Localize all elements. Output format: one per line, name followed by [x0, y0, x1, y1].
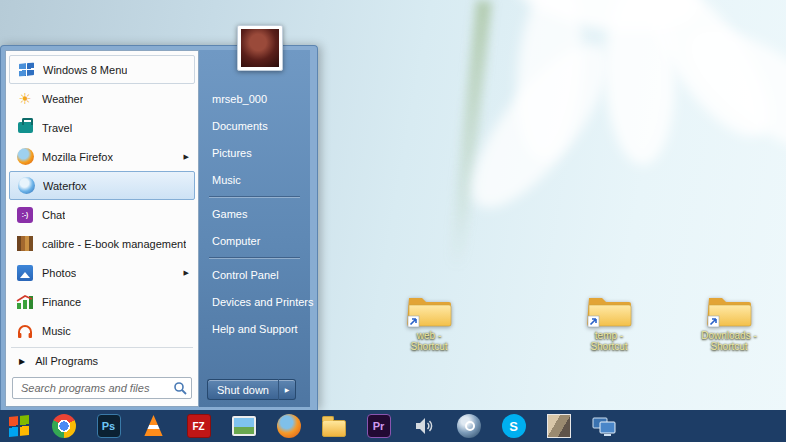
- windows-flag-icon: [9, 415, 29, 437]
- taskbar-filezilla-button[interactable]: FZ: [186, 414, 211, 439]
- menu-item-waterfox[interactable]: Waterfox: [9, 171, 195, 200]
- start-menu: Windows 8 Menu ☀ Weather Travel Mozilla …: [0, 45, 318, 410]
- menu-item-travel[interactable]: Travel: [9, 113, 195, 142]
- menu-item-label: Photos: [42, 267, 76, 279]
- all-programs-label: All Programs: [35, 355, 98, 367]
- menu-item-label: Waterfox: [43, 180, 87, 192]
- menu-item-music-library[interactable]: Music: [199, 167, 310, 194]
- menu-item-music[interactable]: Music: [9, 316, 195, 345]
- skype-icon: S: [502, 414, 526, 438]
- menu-item-computer[interactable]: Computer: [199, 228, 310, 255]
- books-icon: [17, 236, 33, 251]
- chrome-icon: [52, 414, 76, 438]
- menu-item-label: Finance: [42, 296, 81, 308]
- firefox-icon: [17, 148, 34, 165]
- folder-icon: [706, 292, 752, 328]
- chat-icon: :-): [17, 207, 33, 223]
- menu-item-mozilla-firefox[interactable]: Mozilla Firefox ▶: [9, 142, 195, 171]
- taskbar: Ps FZ Pr S: [0, 410, 786, 442]
- desktop-icon-label: web - Shortcut: [397, 330, 461, 352]
- taskbar-start-button[interactable]: [6, 414, 31, 439]
- steam-icon: [457, 414, 481, 438]
- finance-chart-icon: [16, 294, 34, 310]
- submenu-arrow-icon: ▶: [184, 269, 189, 277]
- taskbar-image-viewer-button[interactable]: [231, 414, 256, 439]
- menu-item-devices-and-printers[interactable]: Devices and Printers: [199, 289, 310, 316]
- search-box: [12, 377, 192, 399]
- suitcase-icon: [18, 122, 33, 133]
- menu-item-label: Windows 8 Menu: [43, 64, 127, 76]
- filezilla-icon: FZ: [187, 414, 211, 438]
- folder-icon: [586, 292, 632, 328]
- start-menu-places-panel: mrseb_000 Documents Pictures Music Games…: [199, 50, 310, 407]
- taskbar-skype-button[interactable]: S: [501, 414, 526, 439]
- avatar-photo: [241, 29, 279, 67]
- waterfox-icon: [18, 177, 35, 194]
- menu-item-finance[interactable]: Finance: [9, 287, 195, 316]
- sun-icon: ☀: [15, 90, 35, 108]
- menu-item-label: calibre - E-book management: [42, 238, 186, 250]
- menu-item-chat[interactable]: :-) Chat: [9, 200, 195, 229]
- all-programs-arrow-icon: ▶: [19, 357, 25, 366]
- menu-item-label: Chat: [42, 209, 65, 221]
- menu-separator: [209, 196, 300, 198]
- firefox-icon: [277, 414, 301, 438]
- submenu-arrow-icon: ▶: [184, 153, 189, 161]
- menu-item-label: Weather: [42, 93, 83, 105]
- menu-separator: [11, 347, 193, 348]
- menu-item-photos[interactable]: Photos ▶: [9, 258, 195, 287]
- menu-item-games[interactable]: Games: [199, 201, 310, 228]
- desktop-icon-downloads[interactable]: Downloads - Shortcut: [697, 292, 761, 352]
- premiere-icon: Pr: [367, 414, 391, 438]
- chevron-right-icon: ▶: [285, 386, 290, 393]
- menu-item-label: Travel: [42, 122, 72, 134]
- user-avatar[interactable]: [237, 25, 283, 71]
- desktop-icon-web[interactable]: web - Shortcut: [397, 292, 461, 352]
- menu-item-documents[interactable]: Documents: [199, 113, 310, 140]
- menu-item-label: Music: [42, 325, 71, 337]
- shutdown-label: Shut down: [217, 384, 269, 396]
- taskbar-steam-button[interactable]: [456, 414, 481, 439]
- menu-item-weather[interactable]: ☀ Weather: [9, 84, 195, 113]
- taskbar-audio-button[interactable]: [411, 414, 436, 439]
- taskbar-file-explorer-button[interactable]: [321, 414, 346, 439]
- desktop: web - Shortcut temp - Shortcut Downloads…: [0, 0, 786, 442]
- desktop-icon-label: temp - Shortcut: [577, 330, 641, 352]
- taskbar-vlc-button[interactable]: [141, 414, 166, 439]
- taskbar-chrome-button[interactable]: [51, 414, 76, 439]
- folder-icon: [406, 292, 452, 328]
- shutdown-controls: Shut down ▶: [207, 379, 296, 400]
- menu-item-label: Mozilla Firefox: [42, 151, 113, 163]
- menu-item-help-and-support[interactable]: Help and Support: [199, 316, 310, 343]
- desktop-icon-temp[interactable]: temp - Shortcut: [577, 292, 641, 352]
- shutdown-button[interactable]: Shut down: [207, 379, 279, 400]
- menu-item-windows-8-menu[interactable]: Windows 8 Menu: [9, 55, 195, 84]
- speaker-icon: [413, 415, 435, 437]
- menu-separator: [209, 257, 300, 259]
- image-viewer-icon: [232, 416, 256, 436]
- folder-icon: [322, 420, 346, 437]
- vlc-cone-icon: [142, 414, 166, 438]
- photos-icon: [17, 265, 33, 281]
- taskbar-premiere-button[interactable]: Pr: [366, 414, 391, 439]
- desktop-icon-label: Downloads - Shortcut: [697, 330, 761, 352]
- flower-stem: [448, 0, 492, 270]
- windows-logo-icon: [19, 62, 34, 76]
- start-menu-programs-panel: Windows 8 Menu ☀ Weather Travel Mozilla …: [5, 50, 199, 407]
- shutdown-options-arrow[interactable]: ▶: [279, 379, 296, 400]
- photoshop-icon: Ps: [97, 414, 121, 438]
- photo-thumbnail-icon: [547, 414, 571, 438]
- menu-item-pictures[interactable]: Pictures: [199, 140, 310, 167]
- taskbar-photoshop-button[interactable]: Ps: [96, 414, 121, 439]
- menu-item-user[interactable]: mrseb_000: [199, 86, 310, 113]
- menu-item-control-panel[interactable]: Control Panel: [199, 262, 310, 289]
- search-input[interactable]: [12, 377, 192, 399]
- search-icon[interactable]: [173, 381, 187, 395]
- headphones-icon: [16, 322, 34, 340]
- all-programs-item[interactable]: ▶ All Programs: [9, 349, 195, 373]
- taskbar-photo-button[interactable]: [546, 414, 571, 439]
- dual-monitors-icon: [592, 415, 616, 437]
- menu-item-calibre[interactable]: calibre - E-book management: [9, 229, 195, 258]
- taskbar-displays-button[interactable]: [591, 414, 616, 439]
- taskbar-firefox-button[interactable]: [276, 414, 301, 439]
